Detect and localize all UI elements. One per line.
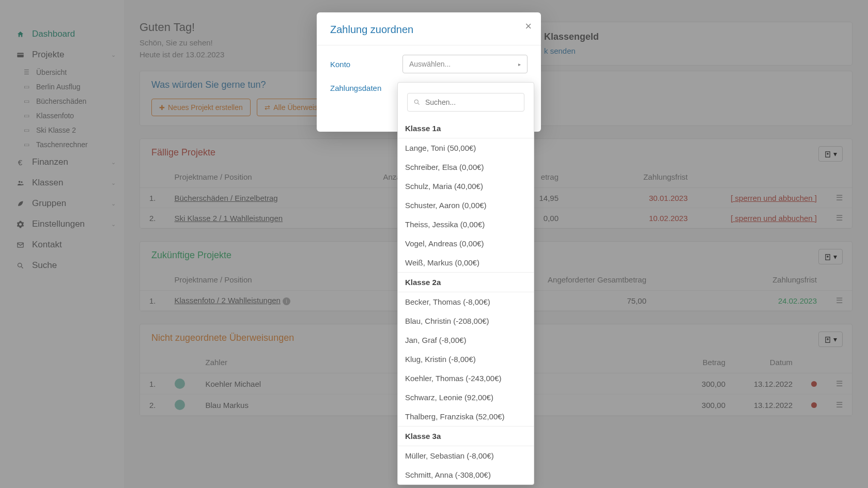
modal-title: Zahlung zuordnen: [330, 24, 528, 36]
konto-dropdown: Klasse 1aLange, Toni (50,00€)Schreiber, …: [397, 82, 534, 485]
select-placeholder: Auswählen...: [409, 60, 451, 68]
dropdown-item[interactable]: Vogel, Andreas (0,00€): [398, 234, 534, 253]
dropdown-item[interactable]: Klug, Kristin (-8,00€): [398, 350, 534, 369]
close-button[interactable]: ×: [525, 20, 532, 33]
search-icon: [413, 98, 421, 106]
dropdown-item[interactable]: Schwarz, Leonie (92,00€): [398, 388, 534, 407]
dropdown-item[interactable]: Schreiber, Elsa (0,00€): [398, 158, 534, 177]
dropdown-group-header: Klasse 2a: [398, 273, 534, 292]
dropdown-item[interactable]: Theiss, Jessika (0,00€): [398, 215, 534, 234]
dropdown-item[interactable]: Thalberg, Franziska (52,00€): [398, 407, 534, 426]
label-zahlungsdaten: Zahlungsdaten: [330, 84, 402, 92]
label-konto: Konto: [330, 60, 402, 69]
dropdown-item[interactable]: Koehler, Thomas (-243,00€): [398, 369, 534, 388]
dropdown-item[interactable]: Weiß, Markus (0,00€): [398, 253, 534, 272]
konto-select[interactable]: Auswählen... ▸: [402, 55, 528, 73]
svg-point-9: [414, 100, 418, 104]
dropdown-search-input[interactable]: [407, 93, 524, 112]
dropdown-group-header: Klasse 3a: [398, 427, 534, 446]
dropdown-item[interactable]: Lange, Toni (50,00€): [398, 138, 534, 158]
dropdown-item[interactable]: Blau, Christin (-208,00€): [398, 311, 534, 330]
dropdown-group-header: Klasse 1a: [398, 119, 534, 138]
dropdown-item[interactable]: Müller, Sebastian (-8,00€): [398, 446, 534, 465]
dropdown-item[interactable]: Schuster, Aaron (0,00€): [398, 196, 534, 215]
dropdown-item[interactable]: Becker, Thomas (-8,00€): [398, 292, 534, 311]
dropdown-item[interactable]: Schulz, Maria (40,00€): [398, 177, 534, 196]
dropdown-item[interactable]: Schmitt, Anna (-308,00€): [398, 465, 534, 484]
caret-right-icon: ▸: [518, 61, 521, 67]
dropdown-item[interactable]: Jan, Graf (-8,00€): [398, 330, 534, 350]
